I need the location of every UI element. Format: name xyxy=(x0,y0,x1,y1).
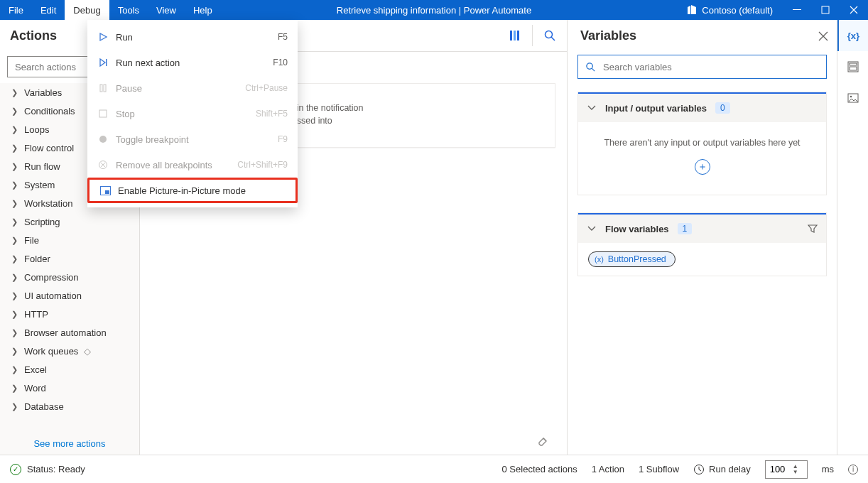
spin-down[interactable]: ▼ xyxy=(793,470,798,475)
svg-rect-5 xyxy=(99,110,107,117)
svg-rect-2 xyxy=(106,59,107,66)
chevron-right-icon: ❯ xyxy=(11,254,18,264)
actions-group-word[interactable]: ❯Word xyxy=(0,379,139,397)
svg-rect-3 xyxy=(100,85,102,92)
io-variables-title: Input / output variables xyxy=(605,103,707,114)
debug-menu-run-next-action[interactable]: Run next actionF10 xyxy=(87,50,298,75)
debug-menu-enable-picture-in-picture-mode[interactable]: Enable Picture-in-Picture mode xyxy=(87,178,298,203)
chevron-right-icon: ❯ xyxy=(11,291,18,300)
actions-group-work-queues[interactable]: ❯Work queues ◇ xyxy=(0,342,139,360)
rail-variables-button[interactable]: {x} xyxy=(837,20,869,51)
actions-count: 1 Action xyxy=(592,464,624,474)
chevron-right-icon: ❯ xyxy=(11,180,18,190)
flow-variables-header[interactable]: Flow variables 1 xyxy=(578,213,826,243)
menu-help[interactable]: Help xyxy=(185,0,221,20)
io-variables-count: 0 xyxy=(715,102,730,114)
actions-group-browser-automation[interactable]: ❯Browser automation xyxy=(0,323,139,342)
rail-ui-elements-button[interactable] xyxy=(837,51,869,82)
menu-view[interactable]: View xyxy=(148,0,185,20)
variables-search[interactable] xyxy=(577,55,827,79)
pip-icon xyxy=(99,185,111,196)
actions-group-file[interactable]: ❯File xyxy=(0,231,139,249)
svg-rect-20 xyxy=(850,63,857,65)
title-bar: FileEditDebugToolsViewHelp Retrieve ship… xyxy=(0,0,868,20)
actions-group-excel[interactable]: ❯Excel xyxy=(0,360,139,379)
debug-menu-pause: PauseCtrl+Pause xyxy=(87,75,298,101)
org-switcher[interactable]: Contoso (default) xyxy=(676,4,783,16)
right-icon-rail: {x} xyxy=(837,20,868,455)
io-variables-header[interactable]: Input / output variables 0 xyxy=(578,92,826,122)
flow-variable-pill[interactable]: (x) ButtonPressed xyxy=(588,251,676,267)
debug-menu-dropdown: RunF5Run next actionF10PauseCtrl+PauseSt… xyxy=(87,20,298,207)
flow-variables-title: Flow variables xyxy=(605,224,669,234)
variables-close-button[interactable] xyxy=(818,31,828,41)
debug-menu-run[interactable]: RunF5 xyxy=(87,24,298,50)
actions-group-http[interactable]: ❯HTTP xyxy=(0,305,139,323)
stop-icon xyxy=(97,108,109,119)
search-flow-icon[interactable] xyxy=(537,23,563,48)
selected-actions-count: 0 Selected actions xyxy=(502,464,577,474)
chevron-right-icon: ❯ xyxy=(11,384,18,393)
svg-rect-13 xyxy=(514,31,516,40)
chevron-right-icon: ❯ xyxy=(11,107,18,116)
building-icon xyxy=(686,4,698,16)
debug-menu-remove-all-breakpoints: Remove all breakpointsCtrl+Shift+F9 xyxy=(87,152,298,178)
premium-icon: ◇ xyxy=(84,346,91,357)
flow-variables-section: Flow variables 1 (x) ButtonPressed xyxy=(577,212,827,276)
filter-icon[interactable] xyxy=(808,224,818,234)
see-more-actions-link[interactable]: See more actions xyxy=(33,438,105,449)
minimize-button[interactable] xyxy=(783,0,811,20)
svg-point-17 xyxy=(587,63,592,68)
variables-search-input[interactable] xyxy=(602,61,819,73)
chevron-down-icon xyxy=(587,103,597,113)
svg-rect-21 xyxy=(850,67,857,70)
status-bar: ✓ Status: Ready 0 Selected actions 1 Act… xyxy=(0,455,868,483)
chevron-right-icon: ❯ xyxy=(11,328,18,337)
play-next-icon xyxy=(97,57,109,68)
menu-edit[interactable]: Edit xyxy=(32,0,65,20)
recorder-icon[interactable] xyxy=(502,23,528,48)
actions-group-folder[interactable]: ❯Folder xyxy=(0,249,139,268)
title-right-cluster: Contoso (default) xyxy=(676,0,868,20)
clock-icon xyxy=(693,464,705,475)
add-io-variable-button[interactable]: ＋ xyxy=(695,159,710,175)
eraser-icon[interactable] xyxy=(537,433,550,446)
chevron-right-icon: ❯ xyxy=(11,365,18,374)
debug-menu-stop: StopShift+F5 xyxy=(87,101,298,126)
rail-images-button[interactable] xyxy=(837,82,869,114)
menu-debug[interactable]: Debug xyxy=(65,0,109,20)
flow-variable-name: ButtonPressed xyxy=(608,254,666,264)
info-icon[interactable]: i xyxy=(848,465,858,474)
search-icon xyxy=(585,62,596,72)
actions-group-ui-automation[interactable]: ❯UI automation xyxy=(0,286,139,305)
org-name: Contoso (default) xyxy=(702,5,773,16)
actions-group-scripting[interactable]: ❯Scripting xyxy=(0,212,139,231)
menu-tools[interactable]: Tools xyxy=(109,0,148,20)
remove-bp-icon xyxy=(97,159,109,170)
actions-group-compression[interactable]: ❯Compression xyxy=(0,268,139,286)
close-button[interactable] xyxy=(840,0,868,20)
run-delay-input[interactable]: ▲▼ xyxy=(765,460,808,479)
run-delay-label: Run delay xyxy=(709,464,751,474)
chevron-right-icon: ❯ xyxy=(11,273,18,282)
variables-title: Variables xyxy=(580,28,636,43)
chevron-right-icon: ❯ xyxy=(11,162,18,171)
svg-rect-12 xyxy=(510,31,512,40)
chevron-right-icon: ❯ xyxy=(11,236,18,245)
svg-rect-0 xyxy=(793,9,801,10)
dot-icon xyxy=(97,134,109,145)
menu-file[interactable]: File xyxy=(0,0,32,20)
chevron-down-icon xyxy=(587,224,597,234)
svg-point-23 xyxy=(850,96,852,98)
actions-group-database[interactable]: ❯Database xyxy=(0,397,139,416)
run-delay-value[interactable] xyxy=(766,463,793,475)
svg-rect-14 xyxy=(517,31,519,40)
chevron-right-icon: ❯ xyxy=(11,217,18,227)
maximize-button[interactable] xyxy=(811,0,840,20)
menu-bar: FileEditDebugToolsViewHelp xyxy=(0,0,221,20)
svg-rect-9 xyxy=(105,190,109,194)
chevron-right-icon: ❯ xyxy=(11,125,18,134)
svg-rect-1 xyxy=(822,6,829,13)
status-ok-icon: ✓ xyxy=(10,464,21,475)
subflows-count: 1 Subflow xyxy=(639,464,679,474)
